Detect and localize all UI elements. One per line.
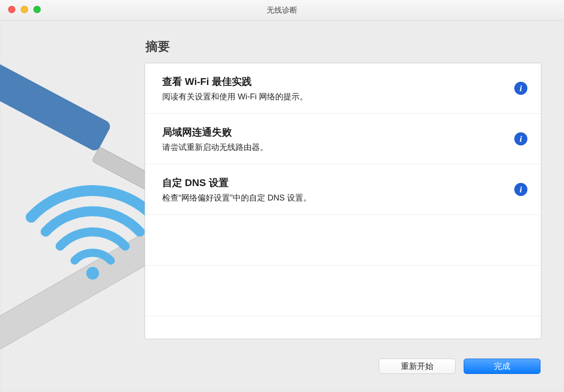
summary-item-desc: 请尝试重新启动无线路由器。 [162, 142, 268, 153]
summary-section: 摘要 查看 Wi-Fi 最佳实践 阅读有关设置和使用 Wi-Fi 网络的提示。 … [145, 38, 541, 342]
summary-item-desc: 阅读有关设置和使用 Wi-Fi 网络的提示。 [162, 91, 308, 102]
summary-item-text: 自定 DNS 设置 检查“网络偏好设置”中的自定 DNS 设置。 [162, 176, 311, 203]
summary-item-desc: 检查“网络偏好设置”中的自定 DNS 设置。 [162, 192, 311, 203]
close-button[interactable] [8, 6, 15, 13]
summary-item-dns: 自定 DNS 设置 检查“网络偏好设置”中的自定 DNS 设置。 i [145, 164, 541, 215]
summary-item-title: 局域网连通失败 [162, 126, 268, 139]
svg-point-5 [86, 267, 99, 280]
window: 无线诊断 [0, 0, 564, 392]
info-icon[interactable]: i [514, 132, 527, 145]
summary-item-empty [145, 266, 541, 316]
minimize-button[interactable] [21, 6, 28, 13]
summary-item-best-practices: 查看 Wi-Fi 最佳实践 阅读有关设置和使用 Wi-Fi 网络的提示。 i [145, 63, 541, 114]
summary-item-text: 查看 Wi-Fi 最佳实践 阅读有关设置和使用 Wi-Fi 网络的提示。 [162, 75, 308, 102]
traffic-lights [8, 6, 41, 13]
summary-item-title: 自定 DNS 设置 [162, 176, 311, 190]
info-icon[interactable]: i [514, 183, 527, 196]
summary-item-title: 查看 Wi-Fi 最佳实践 [162, 75, 308, 89]
content-area: 摘要 查看 Wi-Fi 最佳实践 阅读有关设置和使用 Wi-Fi 网络的提示。 … [0, 20, 564, 392]
maximize-button[interactable] [33, 6, 41, 13]
info-icon[interactable]: i [514, 82, 527, 95]
summary-panel: 查看 Wi-Fi 最佳实践 阅读有关设置和使用 Wi-Fi 网络的提示。 i 局… [145, 63, 541, 339]
summary-item-text: 局域网连通失败 请尝试重新启动无线路由器。 [162, 126, 268, 153]
summary-heading: 摘要 [146, 38, 541, 55]
svg-rect-0 [0, 56, 112, 153]
window-title: 无线诊断 [267, 5, 297, 15]
summary-item-empty [145, 316, 541, 367]
titlebar: 无线诊断 [0, 0, 564, 21]
summary-item-lan-fail: 局域网连通失败 请尝试重新启动无线路由器。 i [145, 114, 541, 164]
summary-item-empty [145, 215, 541, 266]
